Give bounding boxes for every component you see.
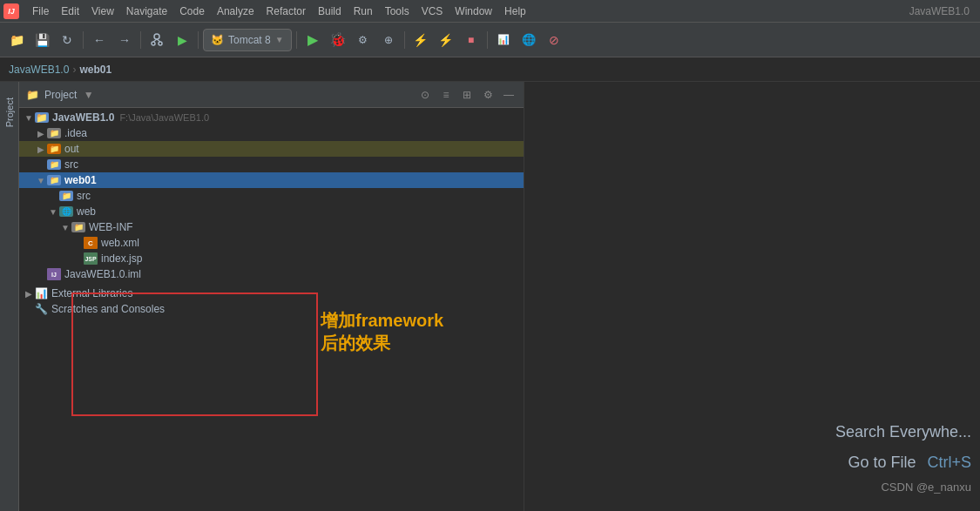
vcs-button[interactable]	[145, 29, 168, 51]
tree-web01[interactable]: ▼ 📁 web01	[19, 172, 524, 188]
forward-button[interactable]: →	[113, 29, 136, 51]
panel-action-collapse[interactable]: ≡	[438, 87, 454, 103]
tree-root[interactable]: ▼ 📁 JavaWEB1.0 F:\Java\JavaWEB1.0	[19, 110, 524, 125]
file-tree: ▼ 📁 JavaWEB1.0 F:\Java\JavaWEB1.0 ▶ 📁 .i…	[19, 108, 524, 511]
folder-icon-web01: 📁	[47, 175, 61, 185]
tomcat-icon: 🐱	[211, 34, 224, 46]
file-icon-webxml: C	[84, 237, 98, 249]
tree-webinf[interactable]: ▼ 📁 WEB-INF	[19, 219, 524, 235]
tree-src-web01[interactable]: ▶ 📁 src	[19, 188, 524, 204]
menu-navigate[interactable]: Navigate	[120, 0, 173, 22]
menu-edit[interactable]: Edit	[55, 0, 85, 22]
tree-idea[interactable]: ▶ 📁 .idea	[19, 125, 524, 141]
sep5	[404, 31, 405, 49]
tree-indexjsp[interactable]: ▶ JSP index.jsp	[19, 251, 524, 266]
coverage-button[interactable]: ⚙	[352, 29, 375, 51]
tree-indexjsp-label: index.jsp	[101, 252, 142, 265]
tomcat-dropdown-icon: ▼	[275, 35, 284, 44]
tree-scratches-label: Scratches and Consoles	[51, 303, 165, 315]
open-button[interactable]: 📁	[5, 29, 28, 51]
file-icon-indexjsp: JSP	[84, 252, 98, 265]
tree-src-root-label: src	[64, 158, 78, 171]
menu-help[interactable]: Help	[498, 0, 532, 22]
breadcrumb-child[interactable]: web01	[79, 64, 112, 76]
side-tab: Project	[0, 82, 19, 511]
tree-src-web01-label: src	[77, 190, 91, 202]
folder-icon-src-web01: 📁	[59, 191, 73, 201]
cpu-button[interactable]: 📊	[492, 29, 515, 51]
svg-line-4	[157, 39, 160, 42]
tree-out[interactable]: ▶ 📁 out	[19, 141, 524, 157]
panel-title: Project ▼	[44, 89, 412, 101]
sep6	[487, 31, 488, 49]
app-title: JavaWEB1.0	[909, 5, 977, 17]
profiler-button[interactable]: ⊕	[377, 29, 400, 51]
menu-build[interactable]: Build	[312, 0, 348, 22]
menu-refactor[interactable]: Refactor	[260, 0, 312, 22]
tree-out-label: out	[64, 143, 79, 155]
breadcrumb: JavaWEB1.0 › web01	[0, 57, 980, 82]
tree-iml[interactable]: ▶ IJ JavaWEB1.0.iml	[19, 266, 524, 282]
tree-scratches[interactable]: ▶ 🔧 Scratches and Consoles	[19, 301, 524, 317]
tree-root-label: JavaWEB1.0	[52, 111, 114, 124]
debug-button[interactable]: 🐞	[327, 29, 349, 51]
panel-action-locate[interactable]: ⊙	[417, 87, 433, 103]
panel-action-settings[interactable]: ⚙	[480, 87, 496, 103]
stop-button[interactable]: ■	[460, 29, 483, 51]
earth-button[interactable]: 🌐	[517, 29, 540, 51]
menu-vcs[interactable]: VCS	[416, 0, 449, 22]
panel-action-expand[interactable]: ⊞	[459, 87, 475, 103]
menu-analyze[interactable]: Analyze	[211, 0, 260, 22]
folder-icon-web-special: 🌐	[59, 206, 73, 217]
menu-tools[interactable]: Tools	[379, 0, 416, 22]
tree-root-path: F:\Java\JavaWEB1.0	[119, 112, 209, 123]
menu-bar: IJ File Edit View Navigate Code Analyze …	[0, 0, 980, 23]
sep1	[83, 31, 84, 49]
sep2	[140, 31, 141, 49]
menu-code[interactable]: Code	[173, 0, 211, 22]
breadcrumb-root[interactable]: JavaWEB1.0	[9, 64, 69, 76]
toolbar: 📁 💾 ↻ ← → ▶ 🐱 Tomcat 8 ▼ ▶ 🐞 ⚙ ⊕ ⚡ ⚡ ■ 📊…	[0, 23, 980, 57]
project-panel: 📁 Project ▼ ⊙ ≡ ⊞ ⚙ — ▼ 📁 JavaWEB1.0 F:\…	[19, 82, 524, 511]
tree-idea-label: .idea	[64, 127, 87, 139]
tree-webxml-label: web.xml	[101, 237, 139, 249]
project-side-tab[interactable]: Project	[3, 91, 17, 134]
save-button[interactable]: 💾	[30, 29, 53, 51]
tree-webxml[interactable]: ▶ C web.xml	[19, 235, 524, 251]
annotation-line1: 增加framework	[321, 309, 443, 332]
panel-action-hide[interactable]: —	[501, 87, 517, 103]
tree-src-root[interactable]: ▶ 📁 src	[19, 157, 524, 172]
tomcat-config-button[interactable]: 🐱 Tomcat 8 ▼	[203, 29, 292, 51]
sep3	[198, 31, 199, 49]
lightning-button[interactable]: ⚡	[409, 29, 432, 51]
lightning2-button[interactable]: ⚡	[435, 29, 457, 51]
goto-shortcut: Ctrl+S	[927, 454, 971, 471]
folder-icon-header: 📁	[26, 89, 39, 101]
menu-run[interactable]: Run	[348, 0, 379, 22]
svg-point-0	[154, 34, 159, 39]
folder-icon-root: 📁	[35, 112, 49, 123]
panel-dropdown-icon[interactable]: ▼	[84, 89, 94, 101]
sync-button[interactable]: ↻	[56, 29, 78, 51]
annotation-text: 增加framework 后的效果	[321, 309, 443, 354]
run-button[interactable]: ▶	[301, 29, 324, 51]
tree-ext-libs[interactable]: ▶ 📊 External Libraries	[19, 286, 524, 301]
tree-web01-label: web01	[64, 174, 97, 186]
goto-file-label: Go to File	[848, 454, 916, 471]
back-button[interactable]: ←	[88, 29, 111, 51]
tree-iml-label: JavaWEB1.0.iml	[64, 268, 141, 280]
no-button[interactable]: ⊘	[543, 29, 565, 51]
app-icon: IJ	[3, 3, 19, 19]
git-button[interactable]: ▶	[171, 29, 193, 51]
breadcrumb-sep: ›	[72, 64, 76, 76]
folder-icon-idea: 📁	[47, 128, 61, 138]
tree-web[interactable]: ▼ 🌐 web	[19, 204, 524, 219]
goto-file-hint: Go to File Ctrl+S	[848, 454, 971, 472]
menu-file[interactable]: File	[26, 0, 55, 22]
panel-header: 📁 Project ▼ ⊙ ≡ ⊞ ⚙ —	[19, 82, 524, 108]
menu-view[interactable]: View	[85, 0, 120, 22]
menu-window[interactable]: Window	[449, 0, 498, 22]
folder-icon-webinf: 📁	[71, 222, 85, 232]
tree-webinf-arrow: ▼	[59, 223, 71, 232]
annotation-line2: 后的效果	[321, 332, 443, 354]
